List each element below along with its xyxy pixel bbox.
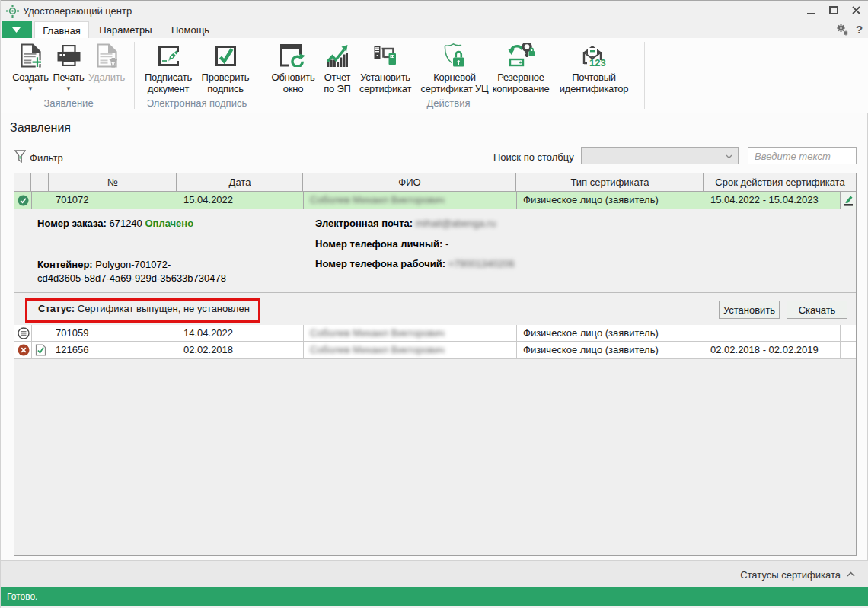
svg-text:123: 123 <box>589 57 606 68</box>
